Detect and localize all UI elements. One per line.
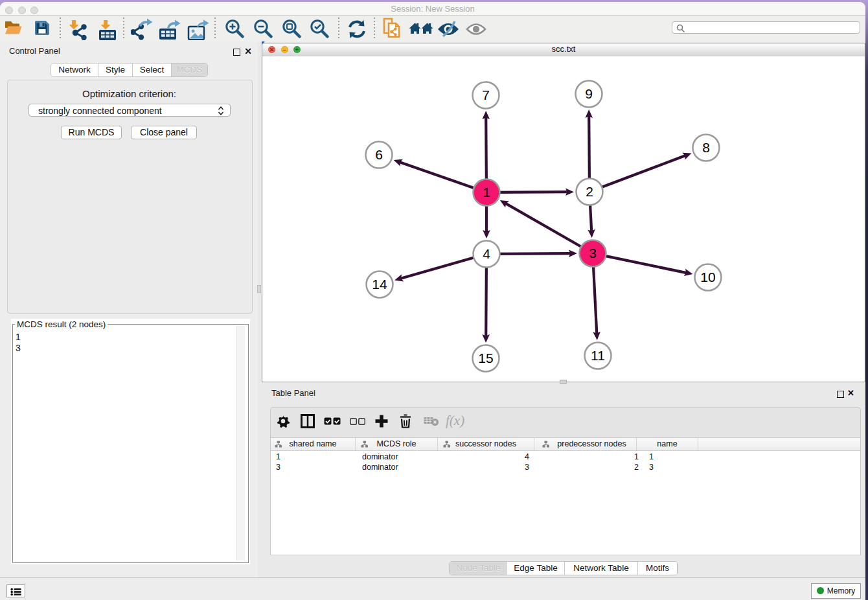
svg-text:10: 10	[700, 270, 715, 284]
svg-text:2: 2	[586, 184, 593, 199]
svg-text:1: 1	[483, 185, 490, 200]
svg-text:7: 7	[482, 87, 490, 102]
svg-text:8: 8	[702, 140, 710, 155]
svg-text:3: 3	[589, 246, 597, 260]
svg-text:4: 4	[483, 246, 490, 261]
svg-text:15: 15	[478, 351, 493, 365]
svg-text:9: 9	[585, 86, 593, 101]
svg-text:6: 6	[375, 147, 383, 162]
svg-text:14: 14	[372, 277, 387, 292]
svg-text:11: 11	[591, 348, 605, 363]
